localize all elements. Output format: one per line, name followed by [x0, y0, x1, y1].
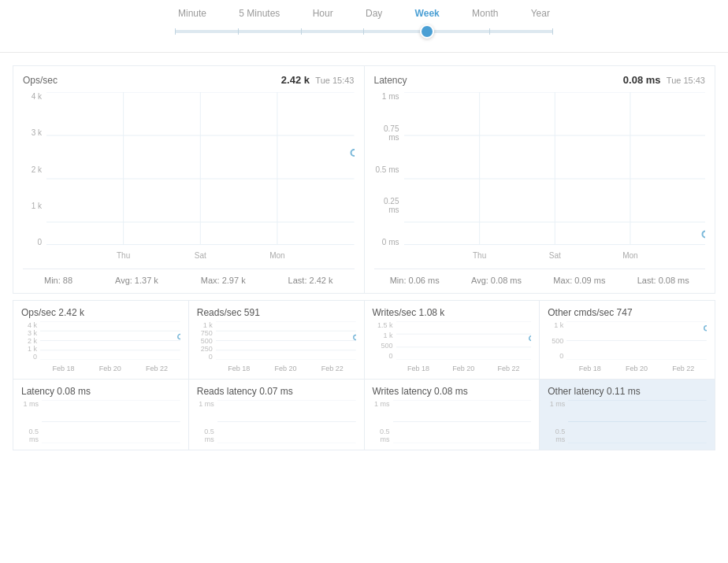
svg-point-20 — [702, 231, 705, 237]
bottom-writes-latency-area: 1 ms 0.5 ms — [373, 400, 532, 443]
time-label-week[interactable]: Week — [412, 8, 443, 19]
bottom-latency-area: 1 ms 0.5 ms — [21, 400, 180, 443]
svg-point-40 — [529, 336, 531, 341]
mini-charts-row: Ops/sec 2.42 k 4 k 3 k 2 k 1 k 0 — [13, 300, 715, 380]
mini-ops-svg — [40, 321, 180, 360]
ops-stat-last: Last: 2.42 k — [288, 276, 333, 285]
ops-chart-title: Ops/sec — [23, 75, 58, 86]
mini-reads-area: 1 k 750 500 250 0 Feb 18 — [197, 321, 356, 372]
mini-other-panel: Other cmds/sec 747 1 k 500 0 Feb 18 — [540, 301, 715, 380]
latency-stat-min: Min: 0.06 ms — [390, 276, 440, 285]
bottom-reads-latency-panel: Reads latency 0.07 ms 1 ms 0.5 ms — [189, 380, 365, 450]
time-slider[interactable] — [175, 24, 553, 39]
latency-chart-value: 0.08 ms — [623, 74, 661, 86]
mini-ops-panel: Ops/sec 2.42 k 4 k 3 k 2 k 1 k 0 — [13, 301, 189, 380]
latency-stat-last: Last: 0.08 ms — [637, 276, 689, 285]
tick-marks — [175, 28, 553, 35]
time-label-month[interactable]: Month — [469, 8, 501, 19]
bottom-reads-latency-title: Reads latency 0.07 ms — [197, 386, 356, 397]
time-label-year[interactable]: Year — [528, 8, 553, 19]
latency-chart-value-time: Tue 15:43 — [667, 76, 705, 85]
svg-text:Thu: Thu — [473, 251, 486, 260]
ops-chart-value: 2.42 k — [281, 74, 310, 86]
bottom-charts-row: Latency 0.08 ms 1 ms 0.5 ms Reads latenc… — [13, 380, 715, 450]
bottom-latency-panel: Latency 0.08 ms 1 ms 0.5 ms — [13, 380, 189, 450]
svg-text:Mon: Mon — [622, 251, 637, 260]
time-selector-bar: Minute 5 Minutes Hour Day Week Month Yea… — [0, 0, 728, 53]
latency-chart-value-container: 0.08 ms Tue 15:43 — [623, 74, 705, 86]
mini-other-area: 1 k 500 0 Feb 18 Feb 20 Feb 22 — [548, 321, 707, 372]
mini-reads-svg — [216, 321, 356, 360]
mini-reads-panel: Reads/sec 591 1 k 750 500 250 0 — [189, 301, 365, 380]
ops-chart-value-container: 2.42 k Tue 15:43 — [281, 74, 355, 86]
mini-reads-title: Reads/sec 591 — [197, 307, 356, 318]
mini-other-svg — [566, 321, 707, 360]
ops-chart-value-time: Tue 15:43 — [315, 76, 354, 85]
svg-point-8 — [351, 150, 355, 156]
ops-chart-svg: Thu Sat Mon — [46, 92, 355, 265]
latency-stat-avg: Avg: 0.08 ms — [471, 276, 522, 285]
bottom-writes-latency-title: Writes latency 0.08 ms — [373, 386, 532, 397]
time-label-day[interactable]: Day — [362, 8, 385, 19]
ops-y-axis: 4 k 3 k 2 k 1 k 0 — [23, 92, 45, 246]
latency-chart-svg: Thu Sat Mon — [404, 92, 706, 265]
time-label-minute[interactable]: Minute — [175, 8, 210, 19]
ops-chart-stats: Min: 88 Avg: 1.37 k Max: 2.97 k Last: 2.… — [23, 269, 355, 285]
latency-chart-title: Latency — [374, 75, 407, 86]
bottom-other-latency-area: 1 ms 0.5 ms — [548, 400, 707, 443]
bottom-other-latency-title: Other latency 0.11 ms — [548, 386, 707, 397]
svg-point-44 — [704, 326, 707, 331]
mini-writes-svg — [396, 321, 532, 360]
ops-chart-area: 4 k 3 k 2 k 1 k 0 — [23, 92, 355, 265]
main-charts-row: Ops/sec 2.42 k Tue 15:43 4 k 3 k 2 k 1 k… — [13, 65, 715, 294]
latency-chart-stats: Min: 0.06 ms Avg: 0.08 ms Max: 0.09 ms L… — [374, 269, 706, 285]
time-label-hour[interactable]: Hour — [310, 8, 336, 19]
ops-stat-avg: Avg: 1.37 k — [115, 276, 158, 285]
svg-point-29 — [178, 335, 180, 339]
mini-writes-area: 1.5 k 1 k 500 0 Feb 18 Feb 20 — [373, 321, 532, 372]
latency-stat-max: Max: 0.09 ms — [553, 276, 605, 285]
ops-chart-header: Ops/sec 2.42 k Tue 15:43 — [23, 74, 355, 86]
ops-stat-min: Min: 88 — [44, 276, 72, 285]
mini-ops-area: 4 k 3 k 2 k 1 k 0 Feb 18 — [21, 321, 180, 372]
svg-text:Sat: Sat — [548, 251, 560, 260]
svg-point-35 — [354, 335, 356, 340]
bottom-other-latency-panel: Other latency 0.11 ms 1 ms 0.5 ms — [540, 380, 715, 450]
svg-text:Mon: Mon — [269, 251, 284, 260]
mini-other-title: Other cmds/sec 747 — [548, 307, 707, 318]
slider-thumb[interactable] — [420, 24, 434, 39]
ops-stat-max: Max: 2.97 k — [201, 276, 246, 285]
svg-text:Sat: Sat — [195, 251, 206, 260]
latency-chart-panel: Latency 0.08 ms Tue 15:43 1 ms 0.75 ms 0… — [365, 65, 716, 294]
main-content: Ops/sec 2.42 k Tue 15:43 4 k 3 k 2 k 1 k… — [0, 53, 728, 463]
bottom-latency-title: Latency 0.08 ms — [21, 386, 180, 397]
latency-chart-header: Latency 0.08 ms Tue 15:43 — [374, 74, 706, 86]
latency-y-axis: 1 ms 0.75 ms 0.5 ms 0.25 ms 0 ms — [374, 92, 403, 246]
mini-writes-panel: Writes/sec 1.08 k 1.5 k 1 k 500 0 — [365, 301, 540, 380]
ops-chart-panel: Ops/sec 2.42 k Tue 15:43 4 k 3 k 2 k 1 k… — [13, 65, 365, 294]
bottom-reads-latency-area: 1 ms 0.5 ms — [197, 400, 356, 443]
time-labels-container: Minute 5 Minutes Hour Day Week Month Yea… — [175, 8, 553, 19]
mini-ops-title: Ops/sec 2.42 k — [21, 307, 180, 318]
svg-text:Thu: Thu — [117, 251, 130, 260]
latency-chart-area: 1 ms 0.75 ms 0.5 ms 0.25 ms 0 ms — [374, 92, 706, 265]
mini-writes-title: Writes/sec 1.08 k — [373, 307, 532, 318]
time-label-5minutes[interactable]: 5 Minutes — [236, 8, 283, 19]
bottom-writes-latency-panel: Writes latency 0.08 ms 1 ms 0.5 ms — [365, 380, 540, 450]
